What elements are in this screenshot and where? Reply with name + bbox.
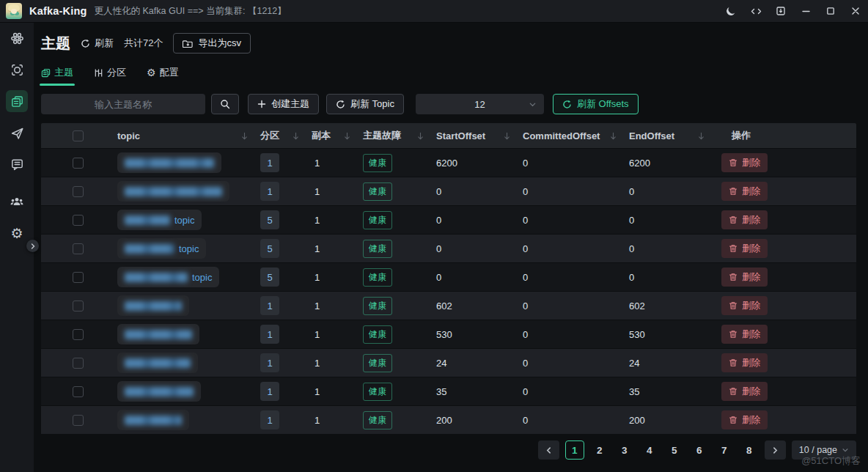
sort-arrow-icon[interactable] xyxy=(503,132,511,140)
theme-toggle-moon-icon[interactable] xyxy=(718,0,743,22)
page-button[interactable]: 3 xyxy=(615,440,634,460)
topic-name-cell[interactable] xyxy=(117,181,229,202)
topic-name-cell[interactable]: topic xyxy=(117,210,202,230)
sidebar-item-topics[interactable] xyxy=(6,90,28,112)
export-csv-button[interactable]: 导出为csv xyxy=(173,33,251,54)
delete-topic-button[interactable]: 删除 xyxy=(721,268,768,287)
page-button[interactable]: 1 xyxy=(565,440,584,460)
topic-name-cell[interactable] xyxy=(117,381,201,402)
column-start-offset[interactable]: StartOffset xyxy=(433,130,520,141)
refresh-topic-button[interactable]: 刷新 Topic xyxy=(326,94,404,114)
topic-link-suffix[interactable]: topic xyxy=(174,215,194,226)
sort-arrow-icon[interactable] xyxy=(292,132,300,140)
row-checkbox[interactable] xyxy=(73,300,84,311)
column-partitions[interactable]: 分区 xyxy=(257,129,309,142)
topic-name-cell[interactable] xyxy=(117,295,189,316)
row-checkbox[interactable] xyxy=(73,415,84,426)
row-checkbox[interactable] xyxy=(73,272,84,283)
delete-topic-button[interactable]: 删除 xyxy=(721,239,768,258)
plus-icon xyxy=(257,100,266,108)
topic-name-cell[interactable] xyxy=(117,324,199,344)
search-button[interactable] xyxy=(211,94,239,114)
end-offset: 24 xyxy=(626,358,714,369)
sidebar-item-settings[interactable]: ⚙ xyxy=(6,222,28,244)
close-button[interactable] xyxy=(843,0,868,22)
sort-arrow-icon[interactable] xyxy=(609,132,617,140)
replica-count: 1 xyxy=(309,215,360,226)
replica-count: 1 xyxy=(309,358,360,369)
sort-arrow-icon[interactable] xyxy=(240,132,249,140)
health-badge: 健康 xyxy=(363,268,392,287)
tab-partitions[interactable]: 分区 xyxy=(94,66,126,86)
minimize-button[interactable] xyxy=(793,0,818,22)
table-row: topic 5 1 健康 0 0 0 删除 xyxy=(41,262,856,291)
row-checkbox[interactable] xyxy=(73,215,84,226)
redacted-topic-blur xyxy=(125,187,222,196)
column-health[interactable]: 主题故障 xyxy=(360,129,433,142)
table-row: 1 1 健康 6200 0 6200 删除 xyxy=(41,148,856,177)
column-committed-offset[interactable]: CommittedOffset xyxy=(520,130,626,141)
row-checkbox[interactable] xyxy=(73,158,84,169)
replica-count: 1 xyxy=(309,415,360,426)
page-size-select[interactable]: 12 xyxy=(416,94,544,114)
topic-name-cell[interactable]: topic xyxy=(117,238,206,259)
install-icon[interactable] xyxy=(768,0,793,22)
end-offset: 530 xyxy=(626,329,714,340)
row-checkbox[interactable] xyxy=(73,186,84,197)
sort-arrow-icon[interactable] xyxy=(697,132,705,140)
start-offset: 602 xyxy=(433,300,520,311)
select-all-checkbox[interactable] xyxy=(73,130,84,141)
delete-topic-button[interactable]: 删除 xyxy=(721,325,768,344)
delete-topic-button[interactable]: 删除 xyxy=(721,153,768,172)
page-button[interactable]: 8 xyxy=(740,440,759,460)
page-button[interactable]: 4 xyxy=(640,440,659,460)
delete-topic-button[interactable]: 删除 xyxy=(721,182,768,201)
prev-page-button[interactable] xyxy=(538,440,559,460)
sidebar-expand-handle[interactable] xyxy=(26,240,39,252)
window-controls xyxy=(718,0,868,22)
sidebar-item-consumer[interactable] xyxy=(6,153,28,175)
create-topic-button[interactable]: 创建主题 xyxy=(248,94,319,114)
refresh-offsets-button[interactable]: 刷新 Offsets xyxy=(553,94,639,114)
tab-config[interactable]: ⚙ 配置 xyxy=(147,66,179,86)
topic-link-suffix[interactable]: topic xyxy=(192,272,212,283)
column-replicas[interactable]: 副本 xyxy=(309,129,360,142)
table-row: topic 5 1 健康 0 0 0 删除 xyxy=(41,234,856,262)
row-checkbox[interactable] xyxy=(73,358,84,369)
delete-topic-button[interactable]: 删除 xyxy=(721,382,768,401)
page-title: 主题 xyxy=(41,34,70,54)
topic-name-cell[interactable] xyxy=(117,410,189,430)
trash-icon xyxy=(729,301,738,310)
committed-offset: 0 xyxy=(520,300,626,311)
sort-arrow-icon[interactable] xyxy=(416,132,424,140)
sidebar-item-monitor[interactable] xyxy=(6,59,28,81)
page-button[interactable]: 6 xyxy=(690,440,709,460)
maximize-button[interactable] xyxy=(818,0,843,22)
search-input[interactable] xyxy=(41,94,205,114)
topic-link-suffix[interactable]: topic xyxy=(179,243,199,254)
tab-topics[interactable]: 主题 xyxy=(41,66,73,86)
delete-topic-button[interactable]: 删除 xyxy=(721,210,768,229)
sort-arrow-icon[interactable] xyxy=(343,132,351,140)
sidebar-item-groups[interactable] xyxy=(6,191,28,213)
column-topic[interactable]: topic xyxy=(114,130,257,141)
topic-name-cell[interactable]: topic xyxy=(117,267,219,287)
delete-topic-button[interactable]: 删除 xyxy=(721,296,768,315)
page-button[interactable]: 7 xyxy=(715,440,734,460)
row-checkbox[interactable] xyxy=(73,243,84,254)
sidebar-item-producer[interactable] xyxy=(6,122,28,144)
column-end-offset[interactable]: EndOffset xyxy=(626,130,714,141)
health-badge: 健康 xyxy=(363,182,392,201)
topic-name-cell[interactable] xyxy=(117,353,198,373)
topic-name-cell[interactable] xyxy=(117,152,221,173)
row-checkbox[interactable] xyxy=(73,329,84,340)
delete-topic-button[interactable]: 删除 xyxy=(721,410,768,429)
page-button[interactable]: 5 xyxy=(665,440,684,460)
delete-topic-button[interactable]: 删除 xyxy=(721,353,768,372)
sidebar-item-cluster[interactable] xyxy=(6,27,28,49)
page-button[interactable]: 2 xyxy=(590,440,609,460)
next-page-button[interactable] xyxy=(765,440,786,460)
row-checkbox[interactable] xyxy=(73,386,84,397)
devtools-icon[interactable] xyxy=(743,0,768,22)
refresh-topics-button[interactable]: 刷新 xyxy=(81,37,114,50)
